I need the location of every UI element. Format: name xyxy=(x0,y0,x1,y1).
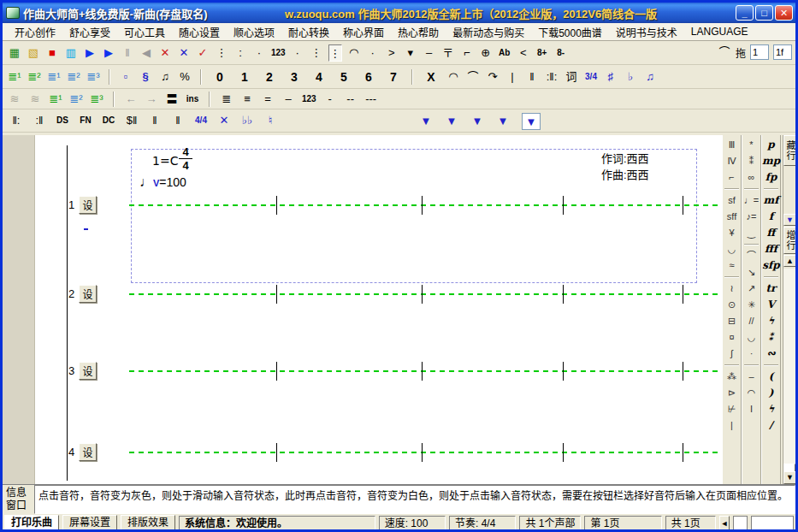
pause-icon[interactable]: ‖ xyxy=(121,44,134,62)
dynamic-fp-button[interactable]: fp xyxy=(762,169,780,186)
x-button[interactable]: X xyxy=(422,68,440,86)
time-signature-icon[interactable]: 3/4 xyxy=(584,68,598,86)
comma-breath-button[interactable]: ʃ xyxy=(723,346,741,362)
scroll-down-arrow-icon[interactable]: ▼ xyxy=(783,214,796,226)
natural-icon[interactable]: ♮ xyxy=(263,112,277,129)
record-stop-icon[interactable]: ■ xyxy=(45,44,59,62)
arrow-left-icon[interactable]: ← xyxy=(124,91,138,108)
rest-icon[interactable]: ▫ xyxy=(119,68,133,86)
tremolo-button[interactable]: ⁑ xyxy=(742,153,760,169)
system-settings-button[interactable]: 设 xyxy=(79,285,97,303)
clef-icon[interactable]: § xyxy=(139,68,152,86)
open-paren-button[interactable]: ( xyxy=(762,369,780,385)
staff-color2-icon[interactable]: ≣² xyxy=(69,91,83,108)
triple-hyphen-icon[interactable]: --- xyxy=(364,91,378,108)
tenuto-line-icon[interactable]: 〒 xyxy=(441,44,455,62)
staff-group2-icon[interactable]: ≣² xyxy=(67,68,80,86)
da-capo-icon[interactable]: DC xyxy=(102,112,115,129)
staff-color1-icon[interactable]: ≣¹ xyxy=(49,91,62,108)
dynamic-sfp-button[interactable]: sfp xyxy=(762,257,780,274)
infinity-button[interactable]: ∞ xyxy=(742,169,760,186)
dots-column-icon[interactable]: ⋮ xyxy=(215,44,228,62)
two-lines-icon[interactable]: 〓 xyxy=(165,91,179,108)
tie-icon[interactable]: ◠ xyxy=(446,68,460,86)
dynamic-mf-button[interactable]: mf xyxy=(762,192,780,209)
hyphen-icon[interactable]: - xyxy=(323,91,337,108)
barline-icon[interactable]: | xyxy=(505,68,519,86)
sharp-icon[interactable]: ♯ xyxy=(604,68,618,86)
arpeggio-button[interactable]: ⁂ xyxy=(723,369,741,385)
add-row-button[interactable]: 增行 xyxy=(783,227,796,254)
staff-line[interactable] xyxy=(129,370,719,372)
voice-dropdown-4[interactable]: ▼ xyxy=(496,113,510,130)
menu-item[interactable]: 下载5000曲谱 xyxy=(531,23,609,41)
double-hyphen-icon[interactable]: -- xyxy=(344,91,358,108)
sforzato-button[interactable]: sff xyxy=(723,209,741,225)
tab-screen-settings[interactable]: 屏幕设置 xyxy=(62,515,117,531)
digit-4-button[interactable]: 4 xyxy=(310,68,328,86)
staff-gray2-icon[interactable]: ≋ xyxy=(28,91,42,108)
voice-dropdown-3[interactable]: ▼ xyxy=(470,113,484,130)
hscroll-left-arrow-icon[interactable]: ◄ xyxy=(719,516,730,531)
staff-double-icon[interactable]: ≣² xyxy=(27,68,41,86)
system-settings-button[interactable]: 设 xyxy=(79,196,97,214)
menu-item[interactable]: 最新动态与购买 xyxy=(446,23,531,41)
circle-mark-button[interactable]: ⊙ xyxy=(723,297,741,313)
box-mark-button[interactable]: ⊟ xyxy=(723,313,741,329)
arrow-right-icon[interactable]: → xyxy=(145,91,158,108)
barline2-icon[interactable]: ‖ xyxy=(148,112,162,129)
wavy-line-button[interactable]: ≈ xyxy=(723,257,741,274)
dash-button[interactable]: – xyxy=(742,369,760,385)
equals-icon[interactable]: = xyxy=(261,91,275,108)
roman-3-button[interactable]: Ⅲ xyxy=(723,137,741,153)
double-sharp-button[interactable]: * xyxy=(742,137,760,153)
digit-2-button[interactable]: 2 xyxy=(260,68,279,86)
hscroll-track[interactable] xyxy=(751,516,794,531)
roman-1-button[interactable]: I xyxy=(742,401,760,417)
digit-5-button[interactable]: 5 xyxy=(334,68,353,86)
target-icon[interactable]: ⊕ xyxy=(479,44,493,62)
delete-all-icon[interactable]: ✕ xyxy=(177,44,191,62)
voice-dropdown-1[interactable]: ▼ xyxy=(419,113,433,130)
menu-item[interactable]: 称心界面 xyxy=(336,23,391,41)
minimize-button[interactable]: _ xyxy=(736,5,754,21)
staff-color3-icon[interactable]: ≣³ xyxy=(90,91,103,108)
fall-off-button[interactable]: ↘ xyxy=(742,264,760,281)
hide-row-button[interactable]: 藏行 xyxy=(783,135,796,166)
drag-value-input[interactable] xyxy=(750,44,769,60)
rising-line-button[interactable]: / xyxy=(762,417,780,434)
dots-column-small-icon[interactable]: : xyxy=(233,44,247,62)
dropdown-icon[interactable]: ▾ xyxy=(404,44,417,62)
repeat-sign-icon[interactable]: :‖: xyxy=(545,68,559,86)
dot2-icon[interactable]: · xyxy=(291,44,304,62)
menu-item[interactable]: 顺心选项 xyxy=(227,23,281,41)
three-lines-small-icon[interactable]: ≡ xyxy=(240,91,254,108)
save-icon[interactable]: ▦ xyxy=(8,44,21,62)
flat-icon[interactable]: ♭ xyxy=(624,68,637,86)
cup-button[interactable]: ◡ xyxy=(742,329,760,346)
caesura-button[interactable]: ⊬ xyxy=(723,401,741,417)
close-paren-button[interactable]: ) xyxy=(762,385,780,401)
slashes-button[interactable]: // xyxy=(742,313,760,329)
zigzag-button[interactable]: ϟ xyxy=(762,401,780,417)
turn-button[interactable]: ✳ xyxy=(742,297,760,313)
dash-icon[interactable]: – xyxy=(423,44,436,62)
system-settings-button[interactable]: 设 xyxy=(79,443,97,461)
repeat-start-icon[interactable]: ‖: xyxy=(9,112,23,129)
double-tremolo-button[interactable]: ⁑ xyxy=(762,329,780,346)
menu-item[interactable]: 开心创作 xyxy=(8,23,62,41)
dal-segno-icon[interactable]: DS xyxy=(56,112,69,129)
eighth-notes-icon[interactable]: ♫ xyxy=(158,68,172,86)
staccato-icon[interactable]: · xyxy=(366,44,380,62)
dynamic-mp-button[interactable]: mp xyxy=(762,153,780,169)
lyrics-icon[interactable]: 词 xyxy=(565,68,578,86)
staff-line[interactable] xyxy=(129,204,719,206)
cut-time-icon[interactable]: ✕ xyxy=(217,112,231,129)
digit-3-button[interactable]: 3 xyxy=(285,68,304,86)
system-settings-button[interactable]: 设 xyxy=(79,362,97,380)
menu-item[interactable]: 热心帮助 xyxy=(391,23,446,41)
doit-button[interactable]: ↗ xyxy=(742,281,760,297)
rise-curve-button[interactable]: ◠ xyxy=(742,385,760,401)
trill-wave-button[interactable]: ≀ xyxy=(723,281,741,297)
menu-item[interactable]: LANGUAGE xyxy=(684,24,755,39)
